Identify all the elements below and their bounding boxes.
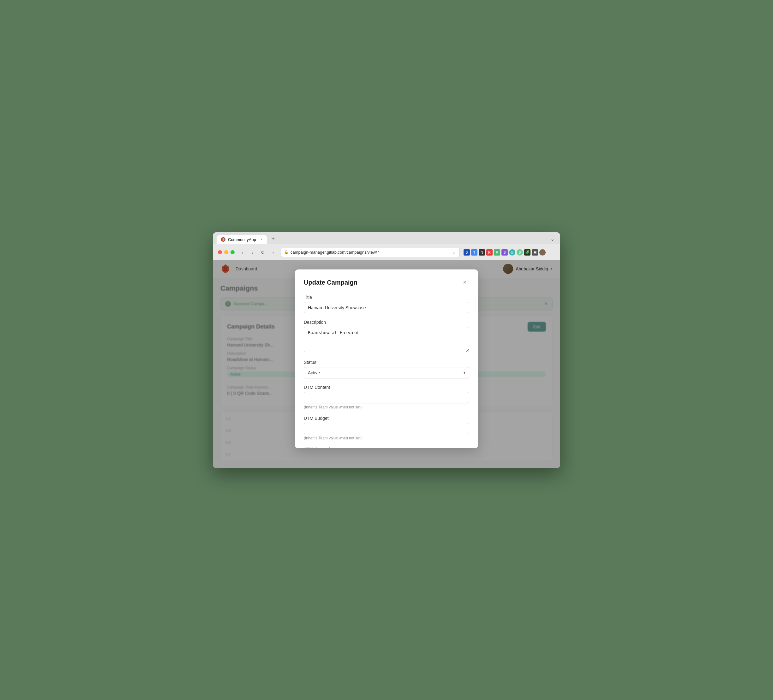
address-bar[interactable]: 🔒 campaign-manager.gitlab.com/campaigns/… (281, 248, 460, 257)
puzzle-icon[interactable]: 🧩 (524, 249, 531, 255)
lock-icon: 🔒 (284, 250, 289, 254)
modal-overlay: Update Campaign × Title Description Road… (213, 260, 560, 468)
modal-header: Update Campaign × (304, 278, 469, 287)
description-label-modal: Description (304, 320, 469, 325)
maximize-window-button[interactable] (230, 250, 235, 254)
translate-icon[interactable]: T (471, 249, 477, 255)
browser-menu-button[interactable]: ⌄ (548, 234, 556, 244)
utm-content-label: UTM Content (304, 385, 469, 390)
utm-content-hint: (Inherits Team value when not set) (304, 405, 469, 409)
ext-purple-icon[interactable]: S (502, 249, 508, 255)
bookmark-icon[interactable]: ☆ (452, 250, 456, 255)
split-icon[interactable]: ▣ (532, 249, 538, 255)
tab-close-button[interactable]: × (260, 237, 263, 242)
notion-icon[interactable]: N (479, 249, 485, 255)
minimize-window-button[interactable] (224, 250, 228, 254)
new-tab-button[interactable]: + (268, 234, 278, 244)
bitwarden-icon[interactable]: B (464, 249, 470, 255)
utm-content-input[interactable] (304, 392, 469, 404)
user-avatar-browser[interactable] (539, 249, 546, 255)
browser-window-controls (218, 250, 235, 254)
browser-more-button[interactable]: ⋮ (547, 248, 555, 257)
utm-campaign-field-group: UTM Campaign (Inherits Team value when n… (304, 447, 469, 448)
url-text: campaign-manager.gitlab.com/campaigns/vi… (291, 250, 450, 255)
browser-window: CommunityApp × + ⌄ ‹ › ↻ ⌂ 🔒 campaign-ma… (213, 232, 560, 468)
home-button[interactable]: ⌂ (269, 248, 277, 257)
ext-mint-icon[interactable]: S (516, 249, 523, 255)
tab-favicon (221, 237, 225, 242)
browser-titlebar: ‹ › ↻ ⌂ 🔒 campaign-manager.gitlab.com/ca… (213, 244, 560, 260)
modal-close-button[interactable]: × (461, 278, 469, 287)
update-campaign-modal: Update Campaign × Title Description Road… (295, 269, 478, 448)
utm-budget-input[interactable] (304, 423, 469, 434)
title-input[interactable] (304, 302, 469, 313)
browser-tab-bar: CommunityApp × + ⌄ (213, 232, 560, 244)
title-label: Title (304, 295, 469, 300)
description-textarea[interactable]: Roadshow at Harvard (304, 327, 469, 352)
utm-content-field-group: UTM Content (Inherits Team value when no… (304, 385, 469, 409)
modal-title: Update Campaign (304, 279, 357, 286)
status-select[interactable]: Active Inactive Draft (304, 367, 469, 379)
title-field-group: Title (304, 295, 469, 313)
ext-green-icon[interactable]: P (494, 249, 500, 255)
back-button[interactable]: ‹ (238, 248, 247, 257)
ext-red-icon[interactable]: R (486, 249, 493, 255)
browser-tab[interactable]: CommunityApp × (217, 236, 267, 244)
utm-budget-hint: (Inherits Team value when not set) (304, 436, 469, 440)
utm-budget-label: UTM Budget (304, 416, 469, 421)
status-label-modal: Status (304, 360, 469, 365)
reload-button[interactable]: ↻ (258, 248, 267, 257)
forward-button[interactable]: › (248, 248, 257, 257)
ext-teal-icon[interactable]: ◎ (509, 249, 515, 255)
close-window-button[interactable] (218, 250, 222, 254)
utm-campaign-label: UTM Campaign (304, 447, 469, 448)
browser-navigation: ‹ › ↻ ⌂ (238, 248, 277, 257)
tab-label: CommunityApp (228, 237, 256, 242)
app-content: Dashboard Abubakar Siddiq ▾ Campaigns ℹ … (213, 260, 560, 468)
status-select-wrapper: Active Inactive Draft ▾ (304, 367, 469, 379)
utm-budget-field-group: UTM Budget (Inherits Team value when not… (304, 416, 469, 440)
description-field-group: Description Roadshow at Harvard (304, 320, 469, 354)
extension-icons: B T N R P S ◎ S 🧩 ▣ ⋮ (464, 248, 555, 257)
status-field-group: Status Active Inactive Draft ▾ (304, 360, 469, 379)
